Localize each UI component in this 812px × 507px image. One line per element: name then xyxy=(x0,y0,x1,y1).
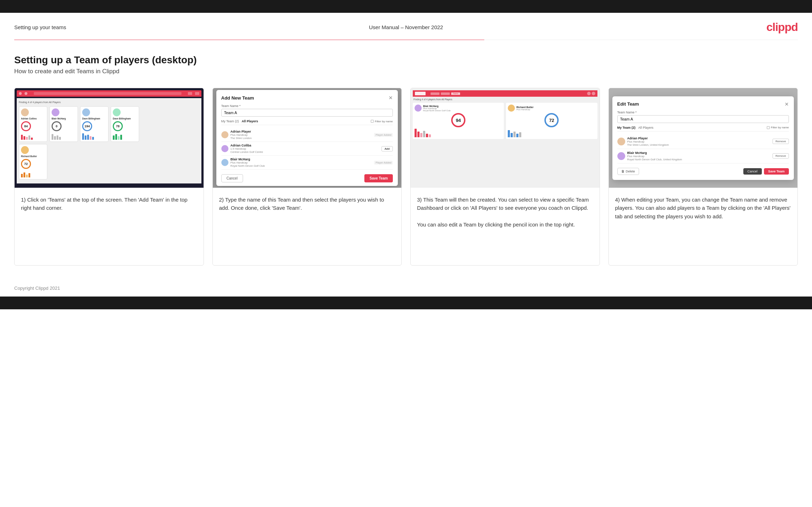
ss1-p2-bars xyxy=(52,133,76,140)
ss1-p1-bars xyxy=(21,133,45,140)
cancel-button[interactable]: Cancel xyxy=(221,174,243,182)
card-1-text: 1) Click on 'Teams' at the top of the sc… xyxy=(15,188,204,219)
edit-dialog-title: Edit Team xyxy=(617,101,639,107)
bar xyxy=(429,134,431,137)
filter-checkbox[interactable] xyxy=(371,120,374,123)
bar xyxy=(513,132,516,137)
main-content: Setting up a Team of players (desktop) H… xyxy=(0,40,812,276)
ss1-p3-bars xyxy=(82,133,106,140)
epr1-avatar xyxy=(617,138,625,145)
ss3-p2-info: Richard Butler Plus Handicap xyxy=(516,106,533,111)
epr1-sub2: The Shire London, United Kingdom xyxy=(627,143,771,146)
bar xyxy=(23,136,25,140)
edit-filter-checkbox[interactable] xyxy=(767,126,770,129)
ss1-btn xyxy=(188,92,192,95)
bar xyxy=(426,134,428,137)
epr1-name: Adrian Player xyxy=(627,137,771,140)
ss1-player-2: Blair McHarg 0 xyxy=(49,106,78,142)
page-subtitle: How to create and edit Teams in Clippd xyxy=(14,68,798,75)
bar xyxy=(54,136,56,140)
ss1-p3-stat: 194 xyxy=(82,121,92,131)
save-team-button[interactable]: Save Team xyxy=(364,174,393,182)
edit-dialog-tabs: My Team (2) All Players Filter by name xyxy=(617,126,789,132)
bar xyxy=(85,135,86,140)
ss1-p2-avatar xyxy=(52,108,59,116)
edit-save-team-button[interactable]: Save Team xyxy=(764,168,789,175)
dot2 xyxy=(25,92,27,95)
epr2-remove-button[interactable]: Remove xyxy=(773,153,789,159)
bar xyxy=(28,173,30,177)
header-divider xyxy=(14,39,798,40)
epr1-info: Adrian Player Plus Handicap The Shire Lo… xyxy=(627,137,771,146)
player-list-item: Blair McHarg Plus HandicapRoyal North De… xyxy=(221,156,393,170)
edit-tab-all-players[interactable]: All Players xyxy=(638,126,654,129)
delete-button[interactable]: 🗑 Delete xyxy=(617,168,639,175)
p2-sub: 1.5 HandicapCentral London Golf Centre xyxy=(231,147,379,154)
dialog-header: Add New Team ✕ xyxy=(221,95,393,101)
ss1-p4-avatar xyxy=(113,108,121,116)
ss3-topbar: Teams xyxy=(413,90,597,97)
epr2-avatar xyxy=(617,152,625,160)
ss1-btn2 xyxy=(195,92,199,95)
p2-add-button[interactable]: Add xyxy=(381,146,393,151)
nav-item xyxy=(431,92,439,95)
top-bar xyxy=(0,0,812,13)
p3-info: Blair McHarg Plus HandicapRoyal North De… xyxy=(231,158,372,167)
ss1-p4-stat: 78 xyxy=(113,121,123,131)
ss1-player-5: Richard Butler 72 xyxy=(19,144,47,180)
bar xyxy=(52,134,53,140)
p1-avatar xyxy=(221,131,228,138)
ss1-p5-stat: 72 xyxy=(21,159,31,169)
dialog-close-icon[interactable]: ✕ xyxy=(389,95,393,101)
ss1-player-4: Dave Billingham 78 xyxy=(111,106,139,142)
footer: Copyright Clippd 2021 xyxy=(0,280,812,297)
bar xyxy=(59,137,61,140)
edit-close-icon[interactable]: ✕ xyxy=(785,101,789,107)
header: Setting up your teams User Manual – Nove… xyxy=(0,13,812,39)
edit-cancel-button[interactable]: Cancel xyxy=(743,168,762,175)
ss3-p2-bars xyxy=(508,129,595,137)
card-3-para1: 3) This Team will then be created. You c… xyxy=(417,197,589,211)
bar xyxy=(57,135,58,140)
tab-all-players[interactable]: All Players xyxy=(242,119,258,123)
dialog-title: Add New Team xyxy=(221,95,254,101)
bar xyxy=(120,135,122,140)
team-name-input[interactable] xyxy=(221,109,393,117)
edit-tab-my-team[interactable]: My Team (2) xyxy=(617,126,636,129)
dialog-tabs: My Team (2) All Players Filter by name xyxy=(221,119,393,125)
screenshot-4: Edit Team ✕ Team Name * My Team (2) All … xyxy=(609,88,798,188)
screenshot-3: Teams Finding 4 of 4 players from All Pl… xyxy=(411,88,600,188)
p2-info: Adrian Coliba 1.5 HandicapCentral London… xyxy=(231,144,379,154)
ss3-logo xyxy=(415,92,426,95)
bar xyxy=(118,136,120,140)
card-2: Add New Team ✕ Team Name * My Team (2) A… xyxy=(212,88,402,266)
card-3-text: 3) This Team will then be created. You c… xyxy=(411,188,600,235)
ss3-p1-head: Blair McHarg Plus HandicapRoyal North De… xyxy=(415,105,502,112)
card-3: Teams Finding 4 of 4 players from All Pl… xyxy=(410,88,600,266)
ss1-bottom-row: Richard Butler 72 xyxy=(19,144,199,180)
card-4-text: 4) When editing your Team, you can chang… xyxy=(609,188,798,227)
add-team-dialog: Add New Team ✕ Team Name * My Team (2) A… xyxy=(216,90,398,186)
tab-my-team[interactable]: My Team (2) xyxy=(221,119,239,123)
bar xyxy=(31,138,33,140)
p3-name: Blair McHarg xyxy=(231,158,372,161)
ss1-p3-avatar xyxy=(82,108,90,116)
copyright-text: Copyright Clippd 2021 xyxy=(14,285,60,291)
bar xyxy=(519,132,521,137)
bar xyxy=(92,137,94,140)
page-title: Setting up a Team of players (desktop) xyxy=(14,54,798,66)
epr2-sub1: Plus Handicap xyxy=(627,155,771,158)
edit-team-dialog: Edit Team ✕ Team Name * My Team (2) All … xyxy=(612,96,794,180)
edit-team-name-input[interactable] xyxy=(617,115,789,123)
epr1-remove-button[interactable]: Remove xyxy=(773,139,789,144)
icon xyxy=(592,92,595,95)
p1-info: Adrian Player Plus HandicapThe Shire Lon… xyxy=(231,130,372,140)
delete-label: Delete xyxy=(626,170,635,173)
ss3-p2-name: Richard Butler xyxy=(516,106,533,108)
ss3-p2-score: 72 xyxy=(544,113,559,127)
team-name-label: Team Name * xyxy=(221,104,393,108)
ss1-nav xyxy=(34,92,181,95)
edit-player-row: Blair McHarg Plus Handicap Royal North D… xyxy=(617,149,789,164)
bar xyxy=(21,135,23,140)
bar xyxy=(115,134,117,140)
